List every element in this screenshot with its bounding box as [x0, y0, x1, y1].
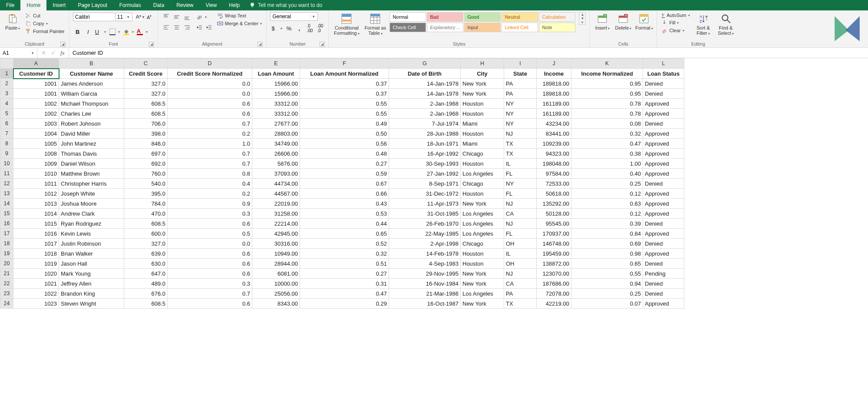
cell[interactable]: 44567.00 — [252, 189, 300, 199]
cell-style-normal[interactable]: Normal — [389, 12, 426, 22]
increase-indent-button[interactable] — [204, 23, 214, 32]
bold-button[interactable]: B — [73, 27, 83, 37]
cell[interactable]: 0.95 — [571, 89, 643, 99]
cell[interactable]: Approved — [643, 129, 684, 139]
cell[interactable]: 647.0 — [124, 269, 168, 279]
cell[interactable]: City — [461, 69, 504, 79]
tab-insert[interactable]: Insert — [46, 0, 72, 10]
align-middle-button[interactable] — [172, 12, 182, 22]
cell[interactable]: 1013 — [13, 199, 59, 209]
cell[interactable]: Approved — [643, 159, 684, 169]
cell[interactable]: Chicago — [461, 179, 504, 189]
cell[interactable]: NJ — [504, 219, 537, 229]
cell[interactable]: 0.39 — [571, 219, 643, 229]
cell[interactable]: 0.94 — [571, 279, 643, 289]
cell[interactable]: Los Angeles — [461, 209, 504, 219]
cell[interactable]: Michael Thompson — [59, 99, 124, 109]
cell[interactable]: 42219.00 — [537, 299, 571, 309]
col-header-B[interactable]: B — [59, 59, 124, 69]
cell[interactable]: 1.0 — [168, 139, 252, 149]
cell[interactable]: 0.6 — [168, 299, 252, 309]
cell[interactable]: 0.49 — [300, 119, 389, 129]
cell[interactable]: 0.51 — [300, 259, 389, 269]
cell[interactable]: 31258.00 — [252, 209, 300, 219]
cell[interactable]: 21-Mar-1986 — [389, 289, 461, 299]
cell[interactable]: Houston — [461, 99, 504, 109]
row-header-5[interactable]: 5 — [0, 109, 13, 119]
cell[interactable]: 0.0 — [168, 89, 252, 99]
delete-cells-button[interactable]: ×Delete — [614, 12, 632, 30]
cell[interactable]: State — [504, 69, 537, 79]
cell[interactable]: 43234.00 — [537, 119, 571, 129]
cell[interactable]: 0.27 — [300, 159, 389, 169]
cell[interactable]: 0.6 — [168, 249, 252, 259]
gallery-more-button[interactable]: ▾ — [581, 20, 583, 24]
cell[interactable]: 608.5 — [124, 219, 168, 229]
cell[interactable]: 4-Sep-1983 — [389, 259, 461, 269]
cell[interactable]: David Miller — [59, 129, 124, 139]
cell[interactable]: 1002 — [13, 109, 59, 119]
font-size-combo[interactable]: ▾ — [115, 13, 132, 21]
cell[interactable]: 26-Feb-1970 — [389, 219, 461, 229]
cell[interactable]: Chicago — [461, 239, 504, 249]
cell[interactable]: 0.78 — [571, 109, 643, 119]
cell[interactable]: 27677.00 — [252, 119, 300, 129]
cell[interactable]: 0.07 — [571, 299, 643, 309]
row-header-8[interactable]: 8 — [0, 139, 13, 149]
cell[interactable]: 11-Apr-1973 — [389, 199, 461, 209]
row-header-24[interactable]: 24 — [0, 299, 13, 309]
cell[interactable]: 0.12 — [571, 189, 643, 199]
accounting-format-button[interactable]: $ — [270, 23, 283, 33]
cell[interactable]: Christopher Harris — [59, 179, 124, 189]
cell[interactable]: Charles Lee — [59, 109, 124, 119]
clear-button[interactable]: Clear ▾ — [660, 27, 690, 34]
cell[interactable]: CA — [504, 209, 537, 219]
cell[interactable]: 0.7 — [168, 119, 252, 129]
cell[interactable]: 5876.00 — [252, 159, 300, 169]
formula-bar-input[interactable] — [69, 48, 868, 58]
cell[interactable]: 0.29 — [300, 299, 389, 309]
cell[interactable]: IL — [504, 159, 537, 169]
chevron-down-icon[interactable]: ▾ — [310, 14, 317, 19]
cell[interactable]: 6081.00 — [252, 269, 300, 279]
cell[interactable]: 0.31 — [300, 279, 389, 289]
row-header-18[interactable]: 18 — [0, 239, 13, 249]
col-header-I[interactable]: I — [504, 59, 537, 69]
cell[interactable]: 692.0 — [124, 159, 168, 169]
cell[interactable]: Approved — [643, 189, 684, 199]
name-box-input[interactable] — [0, 50, 29, 56]
cell[interactable]: 1023 — [13, 299, 59, 309]
sort-filter-button[interactable]: AZSort & Filter — [693, 12, 713, 36]
row-header-22[interactable]: 22 — [0, 279, 13, 289]
cell[interactable]: 1003 — [13, 119, 59, 129]
cell[interactable]: 706.0 — [124, 119, 168, 129]
insert-cells-button[interactable]: +Insert — [593, 12, 611, 30]
cell[interactable]: 0.2 — [168, 129, 252, 139]
cell-style-input[interactable]: Input — [464, 23, 501, 32]
cell[interactable]: 489.0 — [124, 279, 168, 289]
cut-button[interactable]: Cut — [24, 12, 66, 19]
cell[interactable]: 784.0 — [124, 199, 168, 209]
cell[interactable]: New York — [461, 299, 504, 309]
cell[interactable]: 1019 — [13, 259, 59, 269]
font-name-combo[interactable]: ▾ — [73, 13, 114, 21]
cell[interactable]: James Anderson — [59, 79, 124, 89]
cell[interactable]: PA — [504, 79, 537, 89]
cell[interactable]: 0.44 — [300, 219, 389, 229]
cell[interactable]: Income Normalized — [571, 69, 643, 79]
cell[interactable]: 2-Apr-1998 — [389, 239, 461, 249]
row-header-13[interactable]: 13 — [0, 189, 13, 199]
cell[interactable]: 1008 — [13, 149, 59, 159]
cell[interactable]: 15966.00 — [252, 79, 300, 89]
formula-enter-button[interactable]: ✓ — [49, 50, 57, 56]
cell[interactable]: Approved — [643, 299, 684, 309]
autosum-button[interactable]: ∑AutoSum ▾ — [660, 12, 690, 18]
cell[interactable]: 395.0 — [124, 189, 168, 199]
comma-format-button[interactable]: , — [294, 23, 304, 33]
cell[interactable]: 0.48 — [300, 149, 389, 159]
cell[interactable]: 187686.00 — [537, 279, 571, 289]
cell[interactable]: 8343.00 — [252, 299, 300, 309]
tab-data[interactable]: Data — [147, 0, 170, 10]
cell[interactable]: 0.32 — [571, 129, 643, 139]
cell-style-check-cell[interactable]: Check Cell — [389, 23, 426, 32]
